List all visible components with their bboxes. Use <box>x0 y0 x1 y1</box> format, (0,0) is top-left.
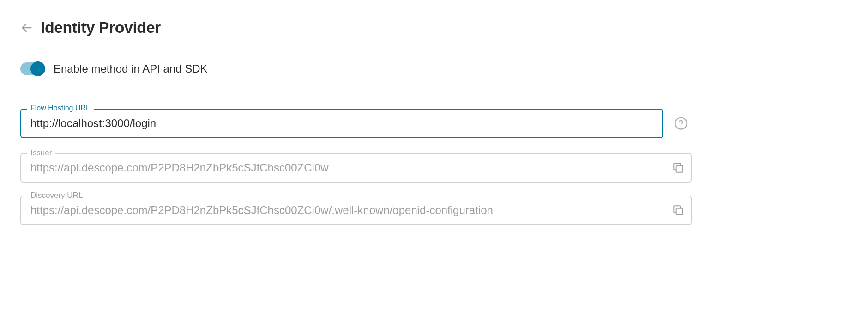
issuer-field: Issuer <box>20 153 692 183</box>
discovery-url-label: Discovery URL <box>27 191 86 200</box>
svg-rect-4 <box>676 208 683 215</box>
flow-hosting-url-row: Flow Hosting URL <box>20 109 848 138</box>
back-arrow-icon[interactable] <box>20 21 33 34</box>
enable-method-toggle-row: Enable method in API and SDK <box>20 62 848 75</box>
help-icon[interactable] <box>674 116 689 130</box>
copy-discovery-url-icon[interactable] <box>672 204 684 216</box>
page-header: Identity Provider <box>20 18 848 37</box>
toggle-thumb <box>30 61 45 76</box>
issuer-row: Issuer <box>20 153 848 183</box>
flow-hosting-url-field: Flow Hosting URL <box>20 109 663 138</box>
issuer-label: Issuer <box>27 148 55 158</box>
svg-point-2 <box>681 126 681 127</box>
issuer-input[interactable] <box>20 153 692 183</box>
enable-method-label: Enable method in API and SDK <box>54 62 208 75</box>
copy-issuer-icon[interactable] <box>672 162 684 174</box>
discovery-url-input[interactable] <box>20 196 692 225</box>
flow-hosting-url-input[interactable] <box>20 109 663 138</box>
svg-point-1 <box>675 118 687 129</box>
page-title: Identity Provider <box>41 18 161 37</box>
discovery-url-row: Discovery URL <box>20 196 848 225</box>
enable-method-toggle[interactable] <box>20 62 44 75</box>
discovery-url-field: Discovery URL <box>20 196 692 225</box>
flow-hosting-url-label: Flow Hosting URL <box>27 104 94 112</box>
svg-rect-3 <box>676 166 683 172</box>
